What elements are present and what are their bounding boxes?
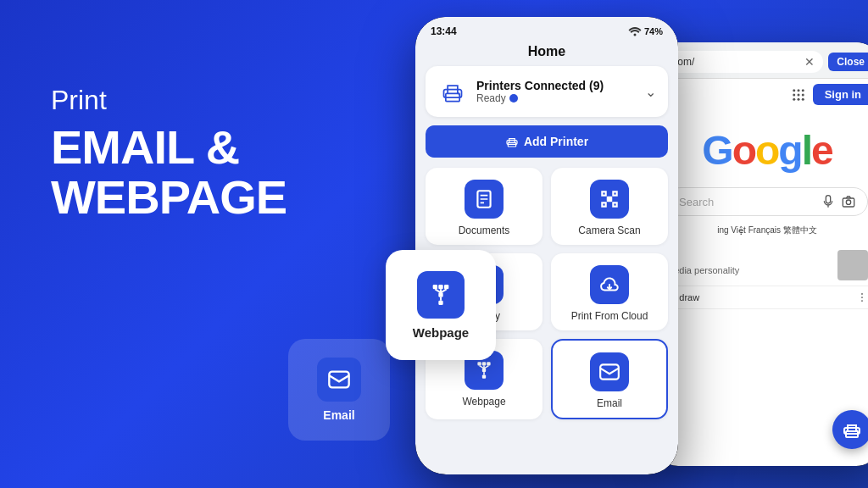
phone-screen: 13:44 74% Home: [415, 17, 678, 474]
news-item-2: nd draw: [666, 286, 868, 309]
svg-point-44: [797, 97, 799, 100]
documents-icon-box: [465, 180, 504, 219]
cloud-download-icon: [598, 274, 620, 296]
close-x-icon: ✕: [804, 55, 815, 69]
svg-point-53: [857, 430, 859, 432]
printer-icon: [441, 80, 465, 103]
news-item-1: esmedia personality: [666, 245, 868, 286]
phone-title: Home: [528, 44, 565, 58]
status-text: Ready: [476, 92, 506, 104]
email-floating-card: Email: [288, 339, 390, 441]
printer-name: Printers Connected (9): [476, 79, 637, 92]
svg-rect-30: [482, 369, 486, 372]
svg-rect-5: [438, 300, 442, 304]
email-card-label: Email: [323, 408, 354, 422]
print-fab-icon: [842, 419, 862, 440]
battery-text: 74%: [644, 26, 663, 36]
webpage-floating-card: Webpage: [386, 250, 496, 360]
google-search-bar[interactable]: Search: [666, 187, 868, 216]
more-icon[interactable]: [856, 291, 868, 303]
add-printer-label: Add Printer: [524, 135, 588, 148]
svg-point-47: [846, 200, 850, 204]
phone-content: Printers Connected (9) Ready ⌄ Add Print…: [415, 66, 678, 419]
svg-rect-24: [607, 197, 613, 202]
status-dot: [509, 94, 518, 103]
add-icon: [505, 135, 519, 148]
webpage-card-label: Webpage: [413, 325, 469, 340]
news-thumb-1: [837, 250, 868, 280]
svg-rect-2: [438, 285, 442, 289]
svg-point-38: [797, 89, 799, 92]
email-icon: [327, 368, 351, 391]
network-icon: [427, 281, 454, 308]
svg-point-40: [793, 93, 795, 96]
browser-screen: .com/ ✕ Close Sign in Google: [653, 42, 868, 466]
svg-point-39: [801, 89, 804, 92]
wifi-icon: [628, 26, 642, 36]
documents-label: Documents: [459, 225, 510, 236]
browser-phone: .com/ ✕ Close Sign in Google: [653, 42, 868, 466]
svg-rect-36: [600, 364, 619, 379]
svg-point-50: [861, 300, 863, 302]
status-bar: 13:44 74%: [415, 17, 678, 41]
google-logo: Google: [702, 127, 832, 174]
print-label: Print: [51, 85, 287, 116]
printer-card: Printers Connected (9) Ready ⌄: [426, 66, 668, 117]
google-languages: ing Việt Français 繁體中文: [717, 225, 817, 236]
news-text-1: esmedia personality: [666, 255, 837, 275]
browser-url-bar[interactable]: .com/ ✕: [661, 51, 823, 73]
svg-rect-27: [477, 362, 481, 365]
main-title: EMAIL &WEBPAGE: [51, 123, 287, 223]
browser-toolbar: Sign in: [653, 79, 868, 110]
email-grid-icon: [598, 361, 620, 383]
chevron-down-icon[interactable]: ⌄: [645, 84, 656, 100]
email-grid-icon-box: [590, 352, 629, 391]
printer-icon-wrap: [437, 76, 468, 107]
svg-rect-28: [482, 362, 486, 365]
add-printer-button[interactable]: Add Printer: [426, 125, 668, 158]
svg-rect-21: [613, 191, 616, 195]
grid-item-email[interactable]: Email: [551, 339, 668, 419]
signin-button[interactable]: Sign in: [813, 84, 868, 105]
grid-item-print-from-cloud[interactable]: Print From Cloud: [551, 253, 668, 330]
documents-icon: [473, 188, 495, 210]
phone-mockup: 13:44 74% Home: [415, 17, 678, 474]
printer-status: Ready: [476, 92, 637, 104]
camera-scan-icon: [598, 188, 620, 210]
svg-point-41: [797, 93, 799, 96]
print-from-cloud-label: Print From Cloud: [571, 310, 648, 322]
svg-point-45: [801, 97, 804, 100]
svg-rect-23: [613, 202, 616, 206]
fab-print-button[interactable]: [832, 410, 868, 449]
google-area: Google Search ing Việt Français 繁體: [653, 110, 868, 318]
grid-item-camera-scan[interactable]: Camera Scan: [551, 168, 668, 245]
grid-row-1: Documents Camera Scan: [426, 168, 668, 245]
cloud-print-icon-box: [590, 265, 629, 304]
svg-point-37: [793, 89, 795, 92]
svg-rect-22: [602, 202, 605, 206]
svg-rect-1: [433, 285, 437, 289]
search-placeholder: Search: [679, 196, 714, 208]
camera-scan-icon-box: [590, 180, 629, 219]
webpage-icon-box: [417, 271, 465, 319]
browser-close-button[interactable]: Close: [828, 53, 868, 71]
phone-header: Home: [415, 41, 678, 66]
mic-icon: [821, 195, 835, 208]
webpage-grid-label: Webpage: [462, 396, 505, 408]
svg-point-49: [861, 297, 863, 298]
grid-item-documents[interactable]: Documents: [426, 168, 542, 245]
svg-rect-4: [438, 292, 442, 297]
email-grid-label: Email: [597, 397, 622, 409]
svg-rect-31: [482, 374, 486, 378]
browser-bar: .com/ ✕ Close: [653, 42, 868, 79]
svg-point-42: [801, 93, 804, 96]
svg-rect-29: [487, 362, 490, 365]
svg-point-43: [793, 97, 795, 100]
grid-menu-icon[interactable]: [791, 87, 806, 103]
printer-info: Printers Connected (9) Ready: [476, 79, 637, 104]
svg-point-48: [861, 293, 863, 295]
webpage-grid-icon: [473, 359, 495, 381]
svg-rect-0: [329, 372, 348, 388]
google-news: esmedia personality nd draw: [666, 245, 868, 309]
svg-rect-3: [444, 285, 448, 289]
